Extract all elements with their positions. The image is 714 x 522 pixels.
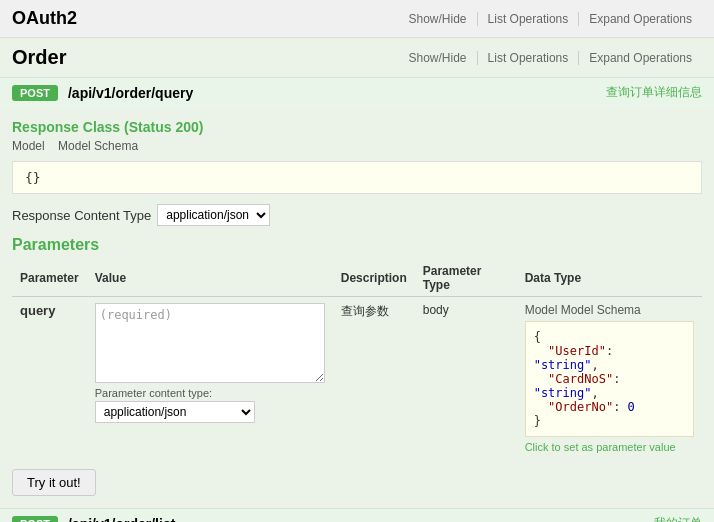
order-header: Order Show/Hide List Operations Expand O…	[0, 38, 714, 77]
main-endpoint-row: POST /api/v1/order/query 查询订单详细信息	[0, 77, 714, 107]
response-box: {}	[12, 161, 702, 194]
main-endpoint-desc: 查询订单详细信息	[606, 84, 702, 101]
json-orderno-key: "OrderNo"	[548, 400, 613, 414]
order-expand-ops-link[interactable]: Expand Operations	[578, 51, 702, 65]
list-post-badge[interactable]: POST	[12, 516, 58, 523]
model-schema-model-link[interactable]: Model	[525, 303, 558, 317]
oauth2-section: OAuth2 Show/Hide List Operations Expand …	[0, 0, 714, 38]
oauth2-list-ops-link[interactable]: List Operations	[477, 12, 579, 26]
model-links: Model Model Schema	[12, 139, 702, 153]
response-content: {}	[25, 170, 41, 185]
json-orderno-val: 0	[628, 400, 635, 414]
json-open: {	[534, 330, 541, 344]
json-userid-key: "UserId"	[548, 344, 606, 358]
main-post-badge[interactable]: POST	[12, 85, 58, 101]
param-name: query	[12, 297, 87, 460]
json-userid-val: "string"	[534, 358, 592, 372]
param-input[interactable]: (required)	[95, 303, 325, 383]
table-row: query (required) Parameter content type:…	[12, 297, 702, 460]
json-cardnos-key: "CardNoS"	[548, 372, 613, 386]
param-content-select[interactable]: application/json	[95, 401, 255, 423]
list-endpoint-row: POST /api/v1/order/list 我的订单	[0, 508, 714, 522]
main-endpoint-path: /api/v1/order/query	[68, 85, 596, 101]
param-value-cell: (required) Parameter content type: appli…	[87, 297, 333, 460]
col-param-type: Parameter Type	[415, 260, 517, 297]
params-title: Parameters	[12, 236, 702, 254]
click-hint[interactable]: Click to set as parameter value	[525, 441, 694, 453]
response-class-title: Response Class (Status 200)	[12, 119, 702, 135]
order-links: Show/Hide List Operations Expand Operati…	[399, 51, 702, 65]
param-description: 查询参数	[333, 297, 415, 460]
col-value: Value	[87, 260, 333, 297]
order-list-ops-link[interactable]: List Operations	[477, 51, 579, 65]
param-content-type-label: Parameter content type:	[95, 387, 325, 399]
oauth2-show-hide-link[interactable]: Show/Hide	[399, 12, 477, 26]
order-section: Order Show/Hide List Operations Expand O…	[0, 38, 714, 522]
col-description: Description	[333, 260, 415, 297]
content-type-label: Response Content Type	[12, 208, 151, 223]
oauth2-title: OAuth2	[12, 8, 77, 29]
oauth2-links: Show/Hide List Operations Expand Operati…	[399, 12, 702, 26]
order-show-hide-link[interactable]: Show/Hide	[399, 51, 477, 65]
param-data-type-cell: Model Model Schema { "UserId": "string",…	[517, 297, 702, 460]
params-header-row: Parameter Value Description Parameter Ty…	[12, 260, 702, 297]
oauth2-expand-ops-link[interactable]: Expand Operations	[578, 12, 702, 26]
param-type: body	[415, 297, 517, 460]
schema-link[interactable]: Model Schema	[58, 139, 138, 153]
expanded-content: Response Class (Status 200) Model Model …	[0, 107, 714, 508]
content-type-row: Response Content Type application/json	[12, 204, 702, 226]
model-schema-header: Model Model Schema	[525, 303, 694, 317]
list-endpoint-desc: 我的订单	[654, 515, 702, 522]
content-type-select[interactable]: application/json	[157, 204, 270, 226]
try-it-out-button[interactable]: Try it out!	[12, 469, 96, 496]
json-cardnos-val: "string"	[534, 386, 592, 400]
order-title: Order	[12, 46, 66, 69]
list-endpoint-path: /api/v1/order/list	[68, 516, 644, 523]
col-data-type: Data Type	[517, 260, 702, 297]
model-schema-schema-link[interactable]: Model Schema	[561, 303, 641, 317]
params-table: Parameter Value Description Parameter Ty…	[12, 260, 702, 459]
col-parameter: Parameter	[12, 260, 87, 297]
model-schema-box: { "UserId": "string", "CardNoS": "string…	[525, 321, 694, 437]
model-link[interactable]: Model	[12, 139, 45, 153]
json-close: }	[534, 414, 541, 428]
